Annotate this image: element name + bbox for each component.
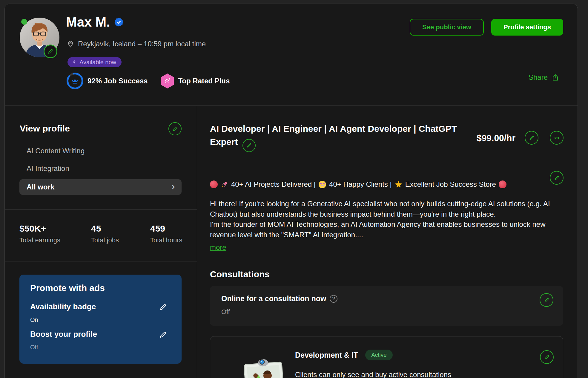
online-consultation-state: Off: [221, 308, 230, 316]
location-text: Reykjavik, Iceland – 10:59 pm local time: [78, 40, 206, 48]
title-edit-button[interactable]: [242, 139, 256, 152]
rocket-emoji: [220, 180, 228, 189]
rate-edit-button[interactable]: [525, 131, 538, 145]
profile-link-button[interactable]: [550, 131, 564, 145]
gold-star-emoji: [394, 180, 403, 189]
red-dot-emoji: [210, 180, 218, 188]
online-status-dot: [21, 19, 27, 25]
sidebar-divider-2: [5, 261, 197, 261]
pencil-icon: [246, 142, 252, 149]
consultations-heading: Consultations: [210, 269, 270, 279]
boost-profile-state: Off: [30, 344, 38, 351]
badges-row: 92% Job Success Top Rated Plus: [67, 73, 230, 89]
link-icon: [553, 134, 560, 141]
highlight-text: Excellent Job Success Store: [405, 180, 496, 189]
availability-badge-edit-button[interactable]: [159, 303, 168, 312]
star-plus-icon: [163, 77, 171, 85]
job-success-ring: [67, 73, 83, 89]
consultation-category-card: Development & IT Active Clients can only…: [210, 336, 563, 378]
bio-paragraph-2: I'm the founder of MOM AI Technologies, …: [210, 219, 559, 240]
online-consultation-text: Online for a consultation now: [221, 294, 326, 303]
top-rated-plus-hexagon: [161, 74, 174, 88]
avatar-edit-button[interactable]: [44, 45, 57, 58]
top-rated-plus-text: Top Rated Plus: [178, 77, 230, 85]
boost-profile-setting-label: Boost your profile: [30, 330, 97, 339]
consultation-edit-button[interactable]: [540, 293, 553, 307]
see-public-view-button[interactable]: See public view: [410, 19, 484, 36]
availability-badge-setting-label: Availability badge: [30, 302, 96, 311]
category-edit-button[interactable]: [540, 350, 554, 364]
stat-value: 459: [150, 224, 182, 234]
promote-title: Promote with ads: [30, 283, 105, 293]
verified-badge-icon: [114, 18, 123, 27]
stat-total-earnings: $50K+ Total earnings: [19, 224, 60, 244]
red-dot-emoji: [499, 180, 506, 188]
chevron-right-icon: ›: [172, 181, 175, 191]
stat-total-jobs: 45 Total jobs: [91, 224, 119, 244]
star-struck-emoji: [318, 180, 326, 189]
sidebar-item-ai-content-writing[interactable]: AI Content Writing: [27, 147, 85, 155]
bio-paragraph-1: Hi there! If you're looking for a Genera…: [210, 199, 559, 219]
location-row: Reykjavik, Iceland – 10:59 pm local time: [67, 40, 206, 48]
stat-value: $50K+: [19, 224, 60, 234]
sidebar-divider-1: [5, 209, 197, 210]
pencil-icon: [544, 297, 550, 303]
profile-name-text: Max M.: [66, 15, 110, 30]
profile-card: Max M. Reykjavik, Iceland – 10:59 pm loc…: [4, 4, 578, 378]
availability-badge-text: Available now: [79, 59, 116, 66]
stat-value: 45: [91, 224, 119, 234]
profile-title: AI Developer | AI Engineer | AI Agent De…: [210, 122, 467, 152]
job-success-text: 92% Job Success: [87, 77, 148, 85]
lightning-bolt-icon: [72, 59, 77, 65]
highlight-text: 40+ Happy Clients |: [329, 180, 392, 189]
pencil-icon: [47, 48, 54, 55]
profile-name: Max M.: [66, 15, 123, 30]
online-consultation-label: Online for a consultation now ?: [221, 294, 337, 303]
availability-badge-state: On: [30, 316, 38, 323]
stat-label: Total earnings: [19, 236, 60, 244]
help-icon[interactable]: ?: [330, 295, 337, 303]
share-button[interactable]: Share: [529, 73, 559, 82]
consultation-status-card: Online for a consultation now ? Off: [210, 286, 563, 326]
profile-settings-button[interactable]: Profile settings: [491, 19, 563, 36]
pencil-icon: [529, 135, 535, 141]
sidebar-main-divider: [197, 105, 197, 378]
stat-label: Total jobs: [91, 236, 119, 244]
highlight-line: 40+ AI Projects Delivered | 40+ Happy Cl…: [210, 180, 506, 189]
sidebar-item-ai-integration[interactable]: AI Integration: [27, 164, 69, 173]
header-divider: [5, 105, 578, 106]
stat-label: Total hours: [150, 236, 182, 244]
highlight-text: 40+ AI Projects Delivered |: [231, 180, 316, 189]
category-note: Clients can only see and buy active cons…: [295, 371, 451, 378]
more-link[interactable]: more: [210, 243, 226, 252]
view-profile-edit-button[interactable]: [168, 122, 182, 135]
category-title: Development & IT: [295, 351, 358, 359]
overview-edit-button[interactable]: [550, 171, 564, 185]
pencil-icon: [554, 175, 560, 181]
boost-profile-edit-button[interactable]: [159, 330, 168, 339]
pencil-icon: [544, 354, 550, 360]
crown-icon: [71, 77, 79, 85]
availability-badge: Available now: [67, 57, 122, 67]
location-pin-icon: [67, 40, 74, 48]
job-success-ring-inner: [68, 74, 82, 88]
share-icon: [551, 74, 559, 82]
page-root: Max M. Reykjavik, Iceland – 10:59 pm loc…: [0, 0, 588, 378]
bio-text: Hi there! If you're looking for a Genera…: [210, 199, 559, 240]
pencil-icon: [172, 126, 178, 132]
category-title-row: Development & IT Active: [295, 350, 393, 360]
video-call-illustration: [222, 352, 285, 378]
active-status-badge: Active: [365, 350, 393, 360]
sidebar-item-all-work[interactable]: All work ›: [19, 179, 182, 195]
hourly-rate: $99.00/hr: [477, 133, 515, 143]
all-work-label: All work: [27, 183, 54, 191]
stat-total-hours: 459 Total hours: [150, 224, 182, 244]
promote-with-ads-card: Promote with ads Availability badge On B…: [19, 275, 182, 364]
share-label: Share: [529, 73, 548, 82]
view-profile-heading: View profile: [20, 123, 70, 134]
